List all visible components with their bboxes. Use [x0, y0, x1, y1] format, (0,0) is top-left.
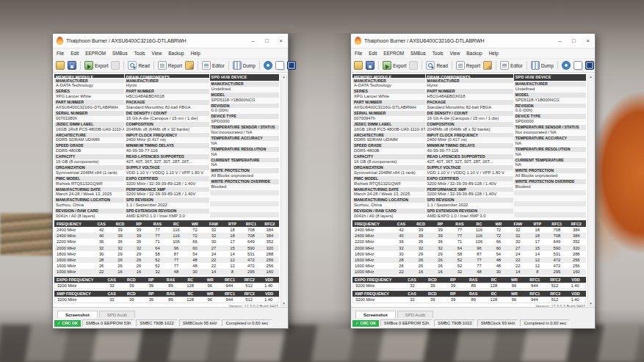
toolbar-button[interactable]: Export [80, 61, 108, 70]
profile-timing-cell: 128 [484, 297, 504, 302]
menu-item[interactable]: File [57, 51, 64, 56]
menu-item[interactable]: Tools [433, 51, 444, 56]
menu-item[interactable]: EEPROM [383, 51, 404, 56]
bottom-tab[interactable]: Screenshot [355, 311, 396, 318]
toolbar-button[interactable]: Export [378, 61, 406, 70]
spd-field: DIE DENSITY / COUNT 16 Gb A-die (Canopus… [125, 111, 209, 121]
save-icon [366, 61, 375, 70]
toolbar-button[interactable] [483, 61, 492, 70]
spd-field: MANUFACTURING DATE March 24-28 / Week 13… [54, 187, 124, 198]
timing-cell: 590 [547, 246, 566, 250]
timing-cell: 32 [204, 234, 222, 238]
profile-table-header: XMP FREQUENCY CASRCDRPRASRCWRRFC1RFC2VDD [352, 291, 586, 297]
menu-item[interactable]: SMBus [410, 51, 426, 56]
toolbar-button[interactable]: Read [422, 61, 447, 70]
toolbar-button[interactable]: Dump [228, 61, 256, 70]
timing-cell: 40 [391, 234, 410, 238]
frequency-cell: 2400 MHz [352, 228, 391, 232]
timing-cell: 18 [223, 234, 242, 238]
menu-item[interactable]: File [355, 51, 362, 56]
spd-field: REVISION 0.0 (00h) [210, 104, 279, 114]
timing-cell: 14 [508, 269, 527, 274]
window-control-button[interactable]: × [274, 34, 288, 48]
profile-table-header: XMP FREQUENCY CASRCDRPRASRCWRRFC1RFC2VDD [54, 291, 279, 297]
app-window: Thaiphoon Burner / AXSU6400C3216G-DTLABR… [52, 33, 289, 329]
toolbar-button[interactable] [287, 61, 296, 70]
frequency-row: 1000 MHz 221616324830148295160 [54, 269, 279, 275]
toolbar-button[interactable]: Report [452, 61, 480, 70]
field-label: WRITE PROTECTION OVERRIDE [210, 179, 279, 184]
scroll-down-icon[interactable]: ▼ [589, 302, 592, 305]
window-control-button[interactable]: × [581, 34, 595, 48]
field-label: PART NUMBER [426, 89, 513, 94]
window-control-button[interactable]: □ [567, 34, 581, 48]
timing-cell: 30 [508, 239, 527, 244]
spd-field: PART NUMBER H5CG48AEBDX018 [426, 89, 513, 99]
toolbar-button[interactable] [111, 61, 120, 70]
menu-item[interactable]: SMBus [112, 51, 128, 56]
menu-item[interactable]: View [152, 51, 162, 56]
toolbar-button[interactable] [557, 61, 571, 70]
timing-cell: 26 [430, 258, 449, 262]
field-label: CURRENT TEMPERATURE [210, 158, 279, 163]
spd-field: ORGANIZATION Symmetrical 2048M x64 (1 ra… [54, 165, 124, 175]
toolbar-button[interactable]: Read [123, 61, 149, 70]
vertical-scrollbar[interactable]: ▲ ▼ [281, 74, 287, 306]
toolbar-button[interactable] [366, 61, 375, 70]
menu-item[interactable]: Edit [369, 51, 377, 56]
vertical-scrollbar[interactable]: ▲ ▼ [587, 74, 594, 306]
timing-cell: 29 [430, 252, 449, 256]
field-label: SPEED GRADE [54, 143, 124, 148]
menu-item[interactable]: Help [489, 51, 499, 56]
timing-cell: 60 [186, 246, 204, 250]
toolbar-button[interactable] [68, 61, 76, 70]
field-label: DEVICE TYPE [210, 114, 279, 119]
spd-field: MANUFACTURER Hynix [426, 79, 513, 89]
frequency-row: 1600 MHz 2626265277482212472256 [352, 263, 586, 269]
toolbar-button[interactable]: Report [153, 61, 182, 70]
toolbar-button[interactable] [354, 61, 363, 70]
toolbar-button[interactable]: Dump [527, 61, 554, 70]
field-value: Hynix [426, 83, 513, 88]
menu-item[interactable]: EEPROM [85, 51, 106, 56]
window-control-button[interactable]: – [246, 34, 260, 48]
title-bar[interactable]: Thaiphoon Burner / AXSU6400C3216G-DTLABR… [53, 34, 288, 48]
window-control-button[interactable]: – [553, 34, 567, 48]
toolbar-button[interactable] [275, 61, 284, 70]
toolbar-button[interactable] [409, 61, 418, 70]
field-label: REVISION / RAW CARD [352, 209, 425, 214]
window-control-button[interactable]: □ [260, 34, 274, 48]
toolbar-button[interactable] [259, 61, 272, 70]
toolbar-button[interactable] [185, 61, 194, 70]
pencil-icon [483, 61, 492, 70]
toolbar-button[interactable] [585, 61, 594, 70]
editor-icon [202, 61, 211, 70]
title-bar[interactable]: Thaiphoon Burner / AXSU6400C3216G-DTLABR… [351, 34, 595, 48]
profile-column-header: RP [443, 278, 463, 282]
menu-item[interactable]: Help [191, 51, 200, 56]
menu-item[interactable]: View [450, 51, 460, 56]
toolbar-button[interactable]: Editor [198, 61, 225, 70]
check-icon: ✓ [355, 321, 359, 325]
timing-cell: 26 [129, 258, 148, 262]
scroll-up-icon[interactable]: ▲ [282, 75, 285, 79]
toolbar-button[interactable] [574, 61, 582, 70]
field-label: ARCHITECTURE [54, 133, 124, 138]
menu-item[interactable]: Tools [134, 51, 145, 56]
scroll-up-icon[interactable]: ▲ [589, 75, 592, 79]
profile-timing-cell: 39 [443, 283, 463, 288]
menu-item[interactable]: Edit [70, 51, 79, 56]
menu-item[interactable]: Backup [168, 51, 184, 56]
bottom-tab[interactable]: SPD Audit [397, 311, 433, 318]
bottom-tab[interactable]: Screenshot [57, 311, 98, 318]
scroll-down-icon[interactable]: ▼ [282, 302, 285, 305]
timing-cell: 22 [508, 258, 527, 262]
timing-cell: 27 [508, 246, 527, 250]
timing-cell: 708 [547, 228, 566, 232]
toolbar-button[interactable]: Editor [496, 61, 523, 70]
menu-item[interactable]: Backup [466, 51, 482, 56]
spd-field: SPD REVISION 1.1 / September 2022 [426, 198, 513, 208]
profile-frequency-cell: 3200 MHz [55, 297, 102, 302]
bottom-tab[interactable]: SPD Audit [99, 311, 135, 318]
toolbar-button[interactable] [56, 61, 65, 70]
